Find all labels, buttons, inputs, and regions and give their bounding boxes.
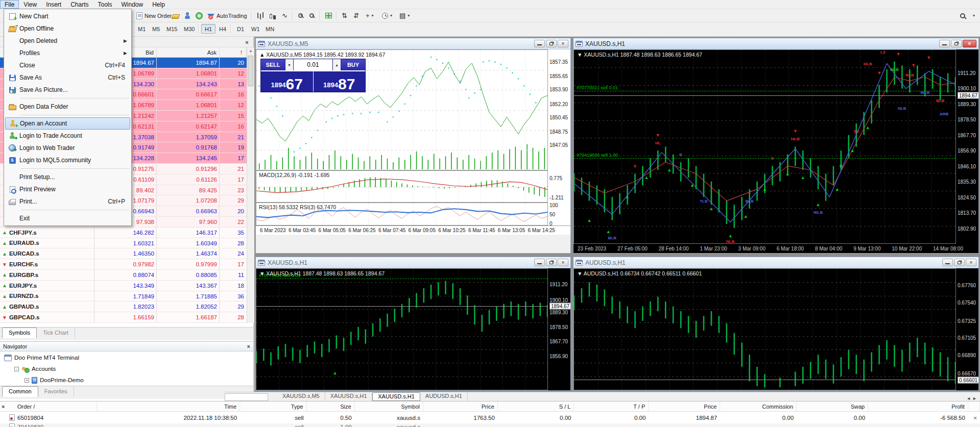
- arrange-ascending-icon[interactable]: ⇅: [340, 10, 349, 21]
- file-menu-item-profiles[interactable]: Profiles▶: [5, 47, 130, 59]
- line-chart-icon[interactable]: ∿: [280, 10, 290, 21]
- sell-button[interactable]: SELL: [261, 59, 285, 70]
- lot-decrease-button[interactable]: ▼: [285, 59, 293, 70]
- bar-chart-icon[interactable]: [255, 10, 266, 21]
- file-menu-item-open-offline[interactable]: Open Offline: [5, 22, 130, 35]
- timeframe-button-m1[interactable]: M1: [134, 24, 149, 34]
- chart-tab-3[interactable]: AUDUSD.s,H1: [420, 392, 468, 401]
- market-watch-row[interactable]: ▲EURAUD.s1.603211.6034928: [0, 238, 247, 249]
- close-button[interactable]: ×: [966, 259, 976, 266]
- file-menu-item-login-to-mql5-community[interactable]: 5Login to MQL5.community: [5, 154, 130, 166]
- toolbar-overflow-icon[interactable]: ▾: [971, 10, 977, 21]
- gold-icon[interactable]: [170, 10, 181, 21]
- close-order-icon[interactable]: ×: [968, 412, 980, 423]
- column-header-ask[interactable]: Ask: [157, 47, 220, 57]
- terminal-column-11[interactable]: Profit: [868, 401, 968, 411]
- timeframe-button-m5[interactable]: M5: [149, 24, 163, 34]
- buy-button[interactable]: BUY: [341, 59, 365, 70]
- restore-button[interactable]: [951, 40, 962, 47]
- file-menu-item-open-an-account[interactable]: +Open an Account: [5, 117, 130, 130]
- tab-tick-chart[interactable]: Tick Chart: [37, 328, 75, 338]
- terminal-close-icon[interactable]: ×: [2, 404, 8, 410]
- templates-button[interactable]: ▤▾: [397, 10, 412, 21]
- restore-button[interactable]: [954, 259, 965, 266]
- price-scale[interactable]: 0.775-1.211: [548, 170, 570, 203]
- tab-scroll-right-icon[interactable]: ►: [972, 396, 977, 401]
- close-button[interactable]: ×: [558, 40, 568, 47]
- add-indicator-button[interactable]: +▾: [364, 10, 376, 21]
- chart-window-title-bar[interactable]: XAUUSD.s,M5×: [256, 38, 570, 49]
- terminal-column-4[interactable]: Symbol: [355, 401, 423, 411]
- navigator-item-2[interactable]: +DooPrime-Demo: [0, 374, 253, 386]
- chart-window-title-bar[interactable]: XAUUSD.s,H1×: [573, 38, 978, 49]
- close-button[interactable]: ×: [963, 40, 976, 47]
- file-menu-item-save-as-picture-[interactable]: Save As Picture...: [5, 84, 130, 96]
- minimize-button[interactable]: [942, 259, 953, 266]
- chart-plot-area[interactable]: RSI(13) 58.5332 RSI(3) 63.7470: [256, 203, 548, 225]
- file-menu-item-login-to-web-trader[interactable]: ➜Login to Web Trader: [5, 142, 130, 154]
- chart-tab-2[interactable]: XAUUSD.s,H1: [372, 392, 420, 401]
- chart-window-title-bar[interactable]: AUDUSD.s,H1×: [573, 257, 978, 268]
- order-row[interactable]: 650198042022.11.18 10:38:50sell0.50xauus…: [0, 412, 980, 423]
- market-watch-row[interactable]: ▲EURNZD.s1.718491.7188536: [0, 291, 247, 302]
- collapse-icon[interactable]: -: [14, 367, 19, 371]
- scrollbar-up-arrow[interactable]: ▲: [248, 48, 253, 54]
- metaeditor-icon[interactable]: [182, 10, 194, 21]
- navigator-close-icon[interactable]: ×: [247, 343, 250, 349]
- zoom-out-icon[interactable]: -: [307, 10, 316, 21]
- navigator-item-0[interactable]: Doo Prime MT4 Terminal: [0, 352, 253, 363]
- restore-button[interactable]: [546, 259, 557, 266]
- menu-item-window[interactable]: Window: [117, 0, 148, 9]
- tab-common[interactable]: Common: [2, 386, 38, 397]
- file-menu-item-save-as[interactable]: Save AsCtrl+S: [5, 71, 130, 84]
- file-menu-item-exit[interactable]: Exit: [5, 212, 130, 224]
- terminal-column-5[interactable]: Price: [423, 401, 498, 411]
- price-scale[interactable]: 1857.351855.651853.901852.201850.451848.…: [548, 49, 570, 170]
- price-scale[interactable]: 100500: [548, 203, 570, 225]
- timeframe-button-w1[interactable]: W1: [248, 24, 264, 34]
- tab-favorites[interactable]: Favorites: [38, 387, 74, 396]
- terminal-column-10[interactable]: Swap: [797, 401, 868, 411]
- timeframe-button-h1[interactable]: H1: [201, 24, 216, 34]
- search-icon[interactable]: [958, 10, 967, 21]
- minimize-button[interactable]: [939, 40, 950, 47]
- terminal-column-8[interactable]: Price: [649, 401, 720, 411]
- file-menu-item-print-setup-[interactable]: Print Setup...: [5, 171, 130, 183]
- close-button[interactable]: ×: [558, 259, 568, 266]
- column-header-spread[interactable]: !: [220, 47, 247, 57]
- file-menu-item-close[interactable]: CloseCtrl+F4: [5, 59, 130, 71]
- signals-icon[interactable]: [194, 10, 205, 21]
- menu-item-file[interactable]: File: [0, 0, 19, 9]
- navigator-item-1[interactable]: -Accounts: [0, 363, 253, 374]
- menu-item-view[interactable]: View: [19, 0, 41, 9]
- order-row[interactable]: 70419830sell1.00xauusd.s: [0, 423, 980, 427]
- chart-window-title-bar[interactable]: XAUUSD.s,H1×: [256, 257, 570, 268]
- chart-plot-area[interactable]: #70770021 sell 0.01▲▼ XAUUSD.s,H1 1887.4…: [256, 268, 548, 390]
- market-watch-row[interactable]: ▼GBPCAD.s1.661591.6618728: [0, 312, 247, 323]
- market-watch-row[interactable]: ▲GBPAUD.s1.820231.8205229: [0, 302, 247, 312]
- timeframe-button-m15[interactable]: M15: [163, 24, 181, 34]
- periods-button[interactable]: ▾: [380, 10, 394, 21]
- chart-plot-area[interactable]: ▼ AUDUSD.s,H1 0.66734 0.66742 0.66511 0.…: [573, 268, 956, 390]
- file-menu-item-new-chart[interactable]: New Chart: [5, 10, 130, 22]
- terminal-column-6[interactable]: S / L: [498, 401, 575, 411]
- autotrading-button[interactable]: AutoTrading: [205, 10, 249, 21]
- terminal-column-9[interactable]: Commission: [720, 401, 797, 411]
- zoom-in-icon[interactable]: +: [296, 10, 305, 21]
- new-order-button[interactable]: New Order: [134, 10, 174, 21]
- minimize-button[interactable]: [534, 259, 545, 266]
- market-watch-scrollbar[interactable]: ▲: [247, 47, 254, 323]
- file-menu-item-print-preview[interactable]: Print Preview: [5, 183, 130, 195]
- menu-item-tools[interactable]: Tools: [93, 0, 117, 9]
- restore-button[interactable]: [546, 40, 557, 47]
- market-watch-row[interactable]: ▲CHFJPY.s146.282146.31735: [0, 228, 247, 238]
- timeframe-button-h4[interactable]: H4: [216, 24, 230, 34]
- terminal-column-2[interactable]: Type: [240, 401, 306, 411]
- scrollbar-thumb[interactable]: [248, 56, 253, 86]
- file-menu-item-open-data-folder[interactable]: Open Data Folder: [5, 101, 130, 113]
- market-watch-row[interactable]: ▼EURCHF.s0.979820.9799917: [0, 259, 247, 270]
- chart-plot-area[interactable]: MACD(12,26,9) -0.191 -1.695: [256, 170, 548, 203]
- chart-plot-area[interactable]: ▲ XAUUSD.s,M5 1894.15 1895.42 1893.92 18…: [256, 49, 548, 170]
- market-watch-close-icon[interactable]: ×: [244, 39, 250, 46]
- menu-item-insert[interactable]: Insert: [41, 0, 66, 9]
